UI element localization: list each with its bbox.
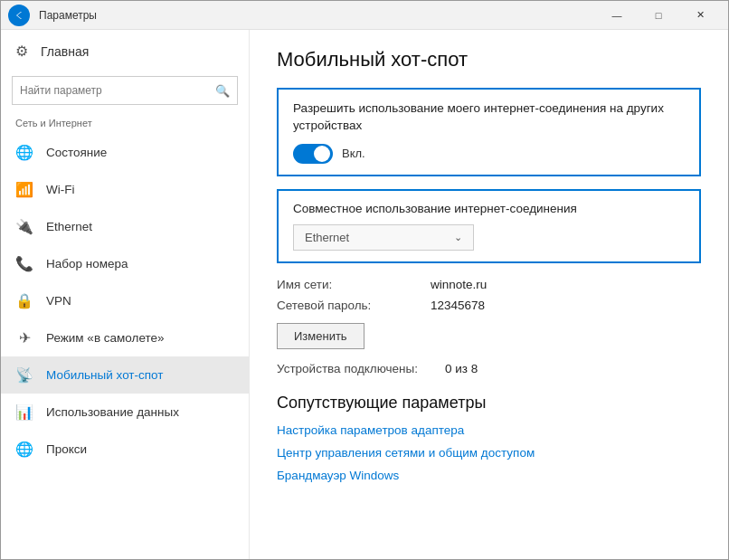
sidebar-item-vpn[interactable]: 🔒 VPN <box>1 282 249 319</box>
search-box[interactable]: 🔍 <box>12 76 238 105</box>
share-connection-box: Совместное использование интернет-соедин… <box>277 189 701 263</box>
ispolzovanie-icon: 📊 <box>15 403 33 421</box>
related-title: Сопутствующие параметры <box>277 394 701 413</box>
sidebar-item-ispolzovanie[interactable]: 📊 Использование данных <box>1 394 249 431</box>
allow-hotspot-box: Разрешить использование моего интернет-с… <box>277 88 701 176</box>
sidebar-item-label: Прокси <box>46 442 87 456</box>
maximize-button[interactable]: □ <box>638 1 679 30</box>
network-name-row: Имя сети: winnote.ru <box>277 278 701 291</box>
password-value: 12345678 <box>431 299 485 312</box>
nav-list: 🌐 Состояние 📶 Wi-Fi 🔌 Ethernet 📞 Набор н… <box>1 134 249 468</box>
sidebar-item-label: Режим «в самолете» <box>46 331 165 345</box>
network-name-label: Имя сети: <box>277 278 403 291</box>
search-input[interactable] <box>20 84 215 97</box>
ethernet-icon: 🔌 <box>15 218 33 235</box>
main-layout: ⚙ Главная 🔍 Сеть и Интернет 🌐 Состояние … <box>1 30 728 559</box>
chevron-down-icon: ⌄ <box>454 232 462 243</box>
content-area: Мобильный хот-спот Разрешить использован… <box>250 30 728 559</box>
sidebar-item-rezhim[interactable]: ✈ Режим «в самолете» <box>1 319 249 356</box>
sidebar-home[interactable]: ⚙ Главная <box>1 30 249 72</box>
titlebar: Параметры — □ ✕ <box>1 1 728 30</box>
sidebar-item-label: Использование данных <box>46 405 179 419</box>
sidebar-item-label: Мобильный хот-спот <box>46 368 163 382</box>
rezhim-icon: ✈ <box>15 329 33 346</box>
proksi-icon: 🌐 <box>15 441 33 458</box>
sidebar-item-label: VPN <box>46 294 71 308</box>
password-row: Сетевой пароль: 12345678 <box>277 299 701 312</box>
sidebar-item-ethernet[interactable]: 🔌 Ethernet <box>1 208 249 245</box>
devices-label: Устройства подключены: <box>277 362 418 375</box>
sidebar-item-proksi[interactable]: 🌐 Прокси <box>1 431 249 468</box>
network-info: Имя сети: winnote.ru Сетевой пароль: 123… <box>277 278 701 312</box>
sidebar-item-wifi[interactable]: 📶 Wi-Fi <box>1 171 249 208</box>
sidebar-item-label: Состояние <box>46 146 107 159</box>
sidebar-item-label: Набор номера <box>46 257 128 271</box>
related-links: Настройка параметров адаптераЦентр управ… <box>277 423 701 482</box>
home-label: Главная <box>41 44 89 59</box>
wifi-icon: 📶 <box>15 181 33 198</box>
home-icon: ⚙ <box>15 43 28 60</box>
toggle-label: Вкл. <box>342 147 365 160</box>
sidebar-item-hotspot[interactable]: 📡 Мобильный хот-спот <box>1 356 249 394</box>
allow-hotspot-text: Разрешить использование моего интернет-с… <box>293 100 685 135</box>
connection-dropdown[interactable]: Ethernet ⌄ <box>293 224 474 251</box>
sidebar-item-nabor[interactable]: 📞 Набор номера <box>1 245 249 282</box>
change-button[interactable]: Изменить <box>277 323 364 349</box>
close-button[interactable]: ✕ <box>679 1 721 30</box>
window-controls: — □ ✕ <box>596 1 721 30</box>
sidebar-item-sostoyanie[interactable]: 🌐 Состояние <box>1 134 249 171</box>
nabor-icon: 📞 <box>15 255 33 272</box>
dropdown-value: Ethernet <box>305 231 349 244</box>
hotspot-toggle[interactable] <box>293 144 333 164</box>
sostoyanie-icon: 🌐 <box>15 144 33 161</box>
devices-value: 0 из 8 <box>445 362 478 375</box>
toggle-row: Вкл. <box>293 144 685 164</box>
sidebar-item-label: Ethernet <box>46 220 92 233</box>
section-label: Сеть и Интернет <box>1 114 249 134</box>
share-label: Совместное использование интернет-соедин… <box>293 202 685 215</box>
network-name-value: winnote.ru <box>431 278 487 291</box>
window-title: Параметры <box>39 9 596 22</box>
devices-row: Устройства подключены: 0 из 8 <box>277 362 701 375</box>
password-label: Сетевой пароль: <box>277 299 403 312</box>
vpn-icon: 🔒 <box>15 292 33 309</box>
back-button[interactable] <box>8 5 30 26</box>
search-icon: 🔍 <box>215 84 230 98</box>
page-title: Мобильный хот-спот <box>277 48 701 71</box>
related-link-1[interactable]: Центр управления сетями и общим доступом <box>277 446 701 460</box>
related-link-0[interactable]: Настройка параметров адаптера <box>277 423 701 437</box>
sidebar: ⚙ Главная 🔍 Сеть и Интернет 🌐 Состояние … <box>1 30 250 559</box>
svg-marker-0 <box>16 12 22 19</box>
sidebar-item-label: Wi-Fi <box>46 183 74 196</box>
hotspot-icon: 📡 <box>15 366 33 384</box>
related-link-2[interactable]: Брандмауэр Windows <box>277 469 701 482</box>
minimize-button[interactable]: — <box>596 1 638 30</box>
